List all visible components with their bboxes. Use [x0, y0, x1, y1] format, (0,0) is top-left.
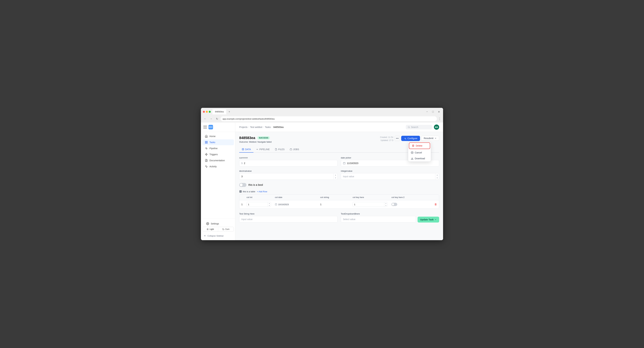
- row-number: 1: [239, 200, 244, 209]
- browser-more-icon[interactable]: ⋮: [438, 117, 441, 121]
- search-box[interactable]: Search: [406, 125, 432, 129]
- svg-point-9: [207, 229, 208, 230]
- integervalue-arrows: ▲ ▼: [435, 174, 439, 179]
- browser-tab[interactable]: 848583ea: [212, 109, 226, 114]
- minimize-button[interactable]: [206, 111, 208, 113]
- col-key-down[interactable]: ▼: [384, 204, 387, 207]
- col-int-up[interactable]: ▲: [268, 202, 271, 204]
- sidebar-item-triggers[interactable]: Triggers: [202, 152, 234, 157]
- more-options-button[interactable]: •••: [395, 136, 400, 141]
- sidebar-item-documentation[interactable]: Documentation: [202, 158, 234, 163]
- update-task-button[interactable]: Update Task: [418, 217, 439, 222]
- toggle-field: this is a bool: [239, 183, 439, 187]
- th-col-int: col int: [244, 194, 273, 200]
- cell-toggle-thumb: [392, 203, 394, 205]
- bool-toggle[interactable]: [239, 183, 246, 187]
- integervalue-placeholder: Input value: [341, 174, 435, 179]
- test-string-input[interactable]: Input value: [239, 216, 338, 222]
- decimalvalue-arrows: ▲ ▼: [334, 174, 338, 179]
- collapse-label: Collapse Sidebar: [208, 235, 224, 237]
- svg-rect-29: [290, 149, 292, 150]
- col-key2-toggle[interactable]: [391, 203, 397, 206]
- currency-prefix: $: [241, 162, 243, 165]
- window-controls: [203, 111, 211, 113]
- close-button[interactable]: [203, 111, 205, 113]
- delete-label: Delete: [416, 145, 422, 147]
- sidebar-item-activity[interactable]: Activity: [202, 164, 234, 170]
- documentation-icon: [205, 159, 208, 162]
- tab-pipeline-label: PIPELINE: [259, 148, 270, 151]
- field-currrrrrrrr: currrrrrrrr $ 2: [239, 157, 338, 167]
- jobs-icon: [290, 148, 292, 151]
- back-button[interactable]: ←: [203, 117, 208, 121]
- triggers-icon: [205, 153, 208, 156]
- breadcrumb-tasks[interactable]: Tasks: [265, 126, 271, 128]
- forward-button[interactable]: →: [209, 117, 213, 121]
- sidebar-label-pipeline: Pipeline: [210, 147, 218, 150]
- decimalvalue-up[interactable]: ▲: [334, 174, 338, 176]
- breadcrumb-projects[interactable]: Projects: [239, 126, 248, 128]
- theme-dark-button[interactable]: Dark: [218, 227, 234, 231]
- sidebar-label-triggers: Triggers: [210, 153, 218, 156]
- tab-data[interactable]: DATA: [239, 146, 254, 153]
- field-currrrrrrrr-label: currrrrrrrr: [239, 157, 338, 159]
- test-dropdown-input[interactable]: Select value: [341, 216, 416, 222]
- window-minimize-icon[interactable]: −: [425, 109, 429, 114]
- table-header: this is a table + Add Row: [239, 190, 439, 193]
- configure-button[interactable]: Configure: [401, 136, 420, 141]
- sidebar-item-pipeline[interactable]: Pipeline: [202, 145, 234, 151]
- sidebar-label-documentation: Documentation: [210, 159, 225, 162]
- tab-files[interactable]: FILES: [272, 146, 287, 153]
- new-tab-button[interactable]: +: [227, 109, 232, 114]
- created-date: Created: 11 Oc: [380, 136, 393, 139]
- maximize-button[interactable]: [209, 111, 211, 113]
- decimalvalue-input[interactable]: 3 ▲ ▼: [239, 173, 338, 180]
- col-key-up[interactable]: ▲: [384, 202, 387, 204]
- sidebar-item-tasks[interactable]: Tasks: [202, 139, 234, 145]
- breadcrumb-current: 848583ea: [274, 126, 284, 128]
- field-integervalue-label: integervalue: [341, 170, 439, 172]
- collapse-sidebar-button[interactable]: Collapse Sidebar: [202, 233, 234, 238]
- th-rownum: [239, 194, 244, 200]
- address-bar[interactable]: [220, 116, 437, 121]
- tab-jobs[interactable]: JOBS: [287, 146, 302, 153]
- moon-icon: [222, 228, 224, 230]
- window-maximize-icon[interactable]: □: [431, 109, 435, 114]
- tab-pipeline[interactable]: PIPELINE: [254, 146, 272, 153]
- svg-line-12: [207, 228, 207, 229]
- add-row-button[interactable]: + Add Row: [257, 190, 267, 193]
- col-int-input[interactable]: 1 ▲ ▼: [246, 202, 271, 207]
- col-key-input[interactable]: 1 ▲ ▼: [352, 202, 388, 207]
- test-dropdown-placeholder: Select value: [343, 218, 356, 221]
- dropdown-delete[interactable]: Delete: [409, 143, 430, 149]
- integervalue-input[interactable]: Input value ▲ ▼: [341, 173, 439, 180]
- theme-light-button[interactable]: Light: [202, 227, 218, 231]
- test-dropdown-label: TestDropdown$here: [341, 212, 439, 215]
- settings-icon: [206, 222, 209, 225]
- integervalue-up[interactable]: ▲: [436, 174, 439, 176]
- col-int-down[interactable]: ▼: [268, 204, 271, 207]
- resubmit-button[interactable]: Resubmit: [421, 136, 439, 141]
- row-delete-button[interactable]: 🗑: [434, 203, 437, 206]
- sidebar-item-home[interactable]: Home: [202, 133, 234, 139]
- apps-icon[interactable]: [204, 126, 207, 129]
- field-currrrrrrrr-input[interactable]: $ 2: [239, 160, 338, 167]
- tab-data-label: DATA: [245, 148, 251, 151]
- updated-date: Updated: 17 O: [380, 139, 393, 142]
- table-name: this is a table: [243, 190, 255, 193]
- svg-point-8: [207, 223, 208, 224]
- th-col-string: col string: [318, 194, 351, 200]
- integervalue-down[interactable]: ▼: [436, 176, 439, 179]
- tab-bar: 848583ea +: [212, 109, 423, 114]
- decimalvalue-down[interactable]: ▼: [334, 176, 338, 179]
- dropdown-download[interactable]: Download: [408, 156, 431, 162]
- chevrons-left-icon: [204, 234, 206, 237]
- breadcrumb-project[interactable]: Test webbot: [250, 126, 262, 128]
- col-date-display[interactable]: 10/10/2023: [275, 203, 316, 206]
- window-close-icon[interactable]: ✕: [436, 109, 441, 114]
- refresh-button[interactable]: ↻: [215, 117, 219, 121]
- table-section: this is a table + Add Row col int col da…: [239, 190, 439, 209]
- dropdown-cancel[interactable]: Cancel: [408, 150, 431, 156]
- meta-info: Created: 11 Oc Updated: 17 O: [380, 136, 393, 142]
- sidebar-item-settings[interactable]: Settings: [204, 221, 232, 227]
